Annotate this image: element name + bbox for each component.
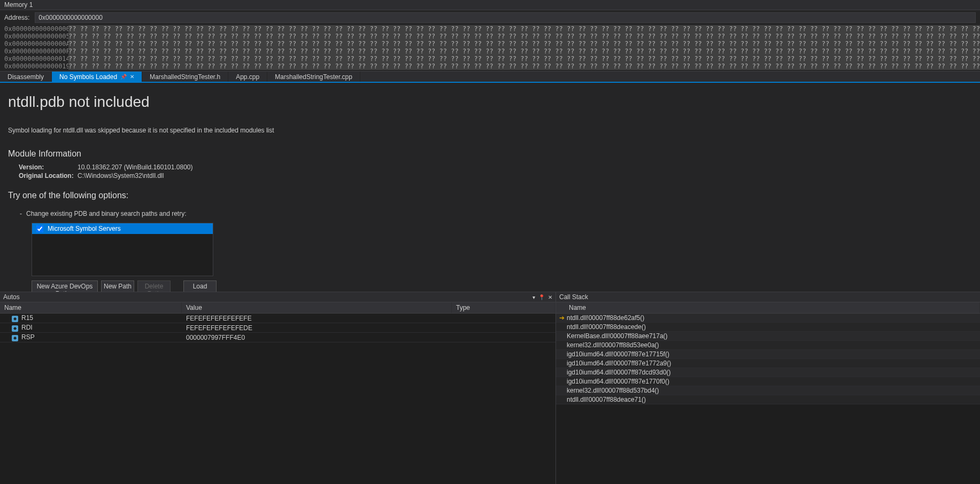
delete-path-button: Delete Path bbox=[137, 280, 171, 292]
callstack-frame[interactable]: kernel32.dll!00007ff88d537bd4() bbox=[556, 386, 980, 395]
frame-text: igd10iumd64.dll!00007ff87e1772a9() bbox=[567, 360, 977, 367]
symbol-servers-list[interactable]: Microsoft Symbol Servers bbox=[32, 223, 213, 276]
tab-disassembly[interactable]: Disassembly bbox=[0, 72, 52, 82]
autos-row[interactable]: ◆R15FEFEFEFEFEFEFEFE bbox=[0, 314, 555, 323]
callstack-frame[interactable]: igd10iumd64.dll!00007ff87e1770f0() bbox=[556, 377, 980, 386]
variable-name: R15 bbox=[21, 314, 33, 322]
current-frame-icon: ➔ bbox=[559, 314, 567, 322]
close-icon[interactable]: ✕ bbox=[548, 294, 552, 300]
address-input[interactable] bbox=[35, 12, 976, 23]
frame-text: igd10iumd64.dll!00007ff87e1770f0() bbox=[567, 378, 977, 385]
document-tab-strip: Disassembly No Symbols Loaded 📌 ✕ Marsha… bbox=[0, 72, 980, 83]
tab-marshalledstringtester-h[interactable]: MarshalledStringTester.h bbox=[142, 72, 228, 82]
autos-col-name[interactable]: Name bbox=[0, 302, 182, 313]
autos-col-value[interactable]: Value bbox=[182, 302, 452, 313]
module-information-header: Module Information bbox=[8, 149, 972, 159]
callstack-panel: Call Stack Name ➔ntdll.dll!00007ff88de62… bbox=[556, 292, 980, 484]
frame-text: ntdll.dll!00007ff88de62af5() bbox=[567, 314, 977, 322]
no-symbols-content: ntdll.pdb not included Symbol loading fo… bbox=[0, 83, 980, 292]
tab-no-symbols-loaded[interactable]: No Symbols Loaded 📌 ✕ bbox=[52, 72, 142, 82]
frame-text: ntdll.dll!00007ff88deacede() bbox=[567, 323, 977, 331]
frame-text: kernel32.dll!00007ff88d53ee0a() bbox=[567, 341, 977, 349]
memory-address: 0x0000000000000140 bbox=[4, 55, 68, 63]
memory-address: 0x0000000000000000 bbox=[4, 25, 68, 33]
memory-row: 0x0000000000000000?? ?? ?? ?? ?? ?? ?? ?… bbox=[4, 25, 976, 33]
memory-panel-title: Memory 1 bbox=[0, 0, 980, 10]
symbol-server-item[interactable]: Microsoft Symbol Servers bbox=[32, 223, 213, 234]
callstack-grid: ➔ntdll.dll!00007ff88de62af5()ntdll.dll!0… bbox=[556, 314, 980, 484]
memory-row: 0x00000000000000A0?? ?? ?? ?? ?? ?? ?? ?… bbox=[4, 40, 976, 48]
tab-app-cpp[interactable]: App.cpp bbox=[228, 72, 267, 82]
new-path-button[interactable]: New Path bbox=[101, 280, 134, 292]
variable-icon: ◆ bbox=[12, 325, 18, 332]
autos-row[interactable]: ◆RDIFEFEFEFEFEFEFEDE bbox=[0, 323, 555, 333]
memory-bytes: ?? ?? ?? ?? ?? ?? ?? ?? ?? ?? ?? ?? ?? ?… bbox=[68, 40, 980, 48]
load-button[interactable]: Load bbox=[183, 280, 217, 292]
memory-grid: 0x0000000000000000?? ?? ?? ?? ?? ?? ?? ?… bbox=[0, 25, 980, 71]
memory-row: 0x00000000000000F0?? ?? ?? ?? ?? ?? ?? ?… bbox=[4, 48, 976, 55]
memory-bytes: ?? ?? ?? ?? ?? ?? ?? ?? ?? ?? ?? ?? ?? ?… bbox=[68, 63, 980, 70]
version-label: Version: bbox=[19, 163, 78, 171]
close-icon[interactable]: ✕ bbox=[130, 74, 134, 80]
frame-text: igd10iumd64.dll!00007ff87e17715f() bbox=[567, 350, 977, 358]
callstack-panel-title: Call Stack bbox=[559, 293, 588, 301]
option-change-paths: -Change existing PDB and binary search p… bbox=[20, 210, 972, 217]
variable-value: 0000007997FFF4E0 bbox=[182, 334, 452, 341]
memory-bytes: ?? ?? ?? ?? ?? ?? ?? ?? ?? ?? ?? ?? ?? ?… bbox=[68, 48, 980, 55]
autos-panel: Autos ▾ 📍 ✕ Name Value Type ◆R15FEFEFEFE… bbox=[0, 292, 556, 484]
module-location-row: Original Location: C:\Windows\System32\n… bbox=[8, 171, 972, 180]
memory-address: 0x00000000000000F0 bbox=[4, 48, 68, 55]
callstack-frame[interactable]: ntdll.dll!00007ff88deacede() bbox=[556, 323, 980, 332]
page-title: ntdll.pdb not included bbox=[8, 93, 972, 111]
symbol-skip-reason: Symbol loading for ntdll.dll was skipped… bbox=[8, 127, 972, 134]
original-location-label: Original Location: bbox=[19, 172, 78, 179]
pin-icon[interactable]: 📍 bbox=[538, 294, 545, 300]
callstack-frame[interactable]: ➔ntdll.dll!00007ff88de62af5() bbox=[556, 314, 980, 323]
memory-row: 0x0000000000000190?? ?? ?? ?? ?? ?? ?? ?… bbox=[4, 63, 976, 70]
frame-text: ntdll.dll!00007ff88deace71() bbox=[567, 396, 977, 403]
tab-marshalledstringtester-cpp[interactable]: MarshalledStringTester.cpp bbox=[267, 72, 360, 82]
variable-name: RSP bbox=[21, 333, 35, 341]
pin-icon[interactable]: 📌 bbox=[120, 74, 127, 80]
address-label: Address: bbox=[4, 14, 29, 21]
callstack-frame[interactable]: ntdll.dll!00007ff88deace71() bbox=[556, 395, 980, 404]
options-header: Try one of the following options: bbox=[8, 191, 972, 200]
original-location-value: C:\Windows\System32\ntdll.dll bbox=[78, 172, 164, 179]
autos-col-type[interactable]: Type bbox=[452, 302, 555, 313]
dropdown-icon[interactable]: ▾ bbox=[533, 294, 535, 300]
variable-name: RDI bbox=[21, 324, 33, 331]
new-azure-devops-path-button[interactable]: New Azure DevOps Path... bbox=[32, 280, 98, 292]
symbol-server-label: Microsoft Symbol Servers bbox=[48, 225, 121, 232]
variable-value: FEFEFEFEFEFEFEDE bbox=[182, 324, 452, 332]
memory-address: 0x0000000000000190 bbox=[4, 63, 68, 70]
memory-row: 0x0000000000000140?? ?? ?? ?? ?? ?? ?? ?… bbox=[4, 55, 976, 63]
callstack-frame[interactable]: igd10iumd64.dll!00007ff87e1772a9() bbox=[556, 359, 980, 368]
symbol-server-checkbox[interactable] bbox=[36, 225, 43, 232]
callstack-col-name[interactable]: Name bbox=[556, 302, 980, 313]
memory-address: 0x00000000000000A0 bbox=[4, 40, 68, 48]
memory-panel: Memory 1 Address: 0x0000000000000000?? ?… bbox=[0, 0, 980, 72]
callstack-frame[interactable]: KernelBase.dll!00007ff88aee717a() bbox=[556, 332, 980, 341]
version-value: 10.0.18362.207 (WinBuild.160101.0800) bbox=[78, 163, 193, 171]
frame-text: kernel32.dll!00007ff88d537bd4() bbox=[567, 387, 977, 394]
memory-address: 0x0000000000000050 bbox=[4, 33, 68, 40]
module-version-row: Version: 10.0.18362.207 (WinBuild.160101… bbox=[8, 163, 972, 171]
memory-bytes: ?? ?? ?? ?? ?? ?? ?? ?? ?? ?? ?? ?? ?? ?… bbox=[68, 33, 980, 40]
callstack-frame[interactable]: kernel32.dll!00007ff88d53ee0a() bbox=[556, 341, 980, 350]
variable-icon: ◆ bbox=[12, 335, 18, 341]
variable-icon: ◆ bbox=[12, 316, 18, 322]
callstack-frame[interactable]: igd10iumd64.dll!00007ff87dcd93d0() bbox=[556, 368, 980, 377]
callstack-frame[interactable]: igd10iumd64.dll!00007ff87e17715f() bbox=[556, 350, 980, 359]
autos-row[interactable]: ◆RSP0000007997FFF4E0 bbox=[0, 333, 555, 342]
memory-bytes: ?? ?? ?? ?? ?? ?? ?? ?? ?? ?? ?? ?? ?? ?… bbox=[68, 55, 980, 63]
frame-text: igd10iumd64.dll!00007ff87dcd93d0() bbox=[567, 369, 977, 376]
memory-row: 0x0000000000000050?? ?? ?? ?? ?? ?? ?? ?… bbox=[4, 33, 976, 40]
memory-bytes: ?? ?? ?? ?? ?? ?? ?? ?? ?? ?? ?? ?? ?? ?… bbox=[68, 25, 980, 33]
autos-grid: ◆R15FEFEFEFEFEFEFEFE◆RDIFEFEFEFEFEFEFEDE… bbox=[0, 314, 555, 484]
autos-panel-title: Autos bbox=[3, 293, 20, 301]
variable-value: FEFEFEFEFEFEFEFE bbox=[182, 315, 452, 322]
frame-text: KernelBase.dll!00007ff88aee717a() bbox=[567, 332, 977, 340]
